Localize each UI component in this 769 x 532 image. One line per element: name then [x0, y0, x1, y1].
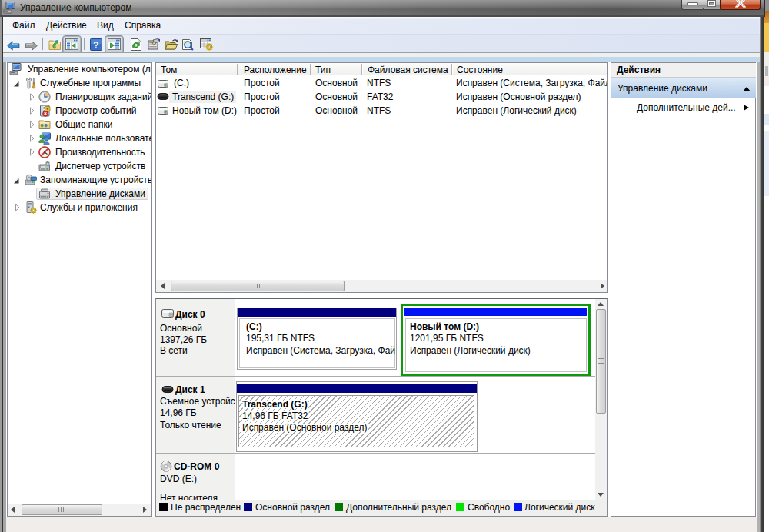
- svg-text:?: ?: [93, 40, 98, 51]
